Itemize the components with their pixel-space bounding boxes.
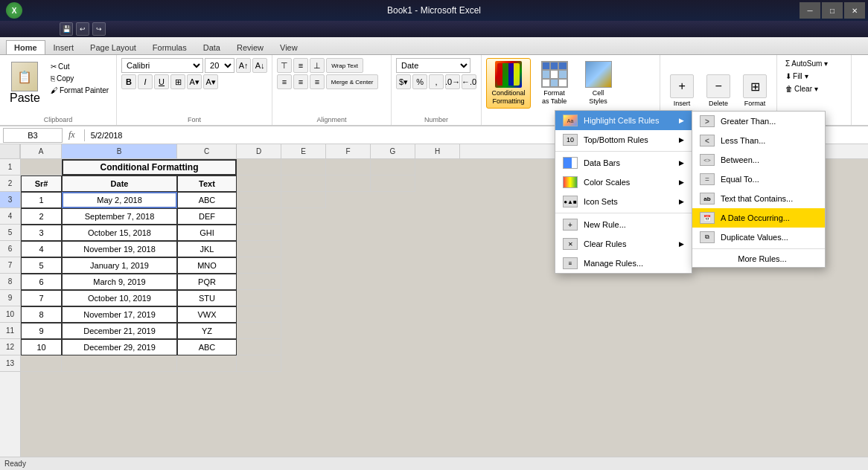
cell-styles-button[interactable]: CellStyles [578,58,619,109]
font-name-select[interactable]: Calibri [121,58,203,73]
cell-d12[interactable] [237,339,281,355]
cell-c3[interactable]: ABC [177,192,237,208]
tab-formulas[interactable]: Formulas [144,40,195,54]
merge-center-button[interactable]: Merge & Center [326,74,378,89]
wrap-text-button[interactable]: Wrap Text [326,58,363,73]
submenu-text-contains[interactable]: ab Text that Contains... [692,189,825,208]
submenu-more-rules[interactable]: More Rules... [692,251,825,267]
cell-e3[interactable] [281,192,326,208]
cf-menu-top-bottom[interactable]: 10 Top/Bottom Rules ▶ [555,130,692,149]
percent-button[interactable]: % [412,74,427,89]
tab-data[interactable]: Data [195,40,229,54]
row-header-6[interactable]: 6 [0,241,20,257]
bold-button[interactable]: B [121,74,136,89]
cell-a5[interactable]: 3 [21,225,62,241]
cell-b5[interactable]: October 15, 2018 [62,225,177,241]
cell-d4[interactable] [237,208,281,225]
row-header-9[interactable]: 9 [0,290,20,306]
cell-b7[interactable]: January 1, 2019 [62,257,177,274]
comma-button[interactable]: , [429,74,444,89]
cf-menu-color-scales[interactable]: Color Scales ▶ [555,173,692,192]
fill-color-button[interactable]: A▾ [187,74,202,89]
row-header-4[interactable]: 4 [0,208,20,225]
cell-b2[interactable]: Date [62,176,177,192]
cell-c5[interactable]: GHI [177,225,237,241]
cf-menu-clear-rules[interactable]: ✕ Clear Rules ▶ [555,234,692,254]
align-center-button[interactable]: ≡ [293,74,308,89]
cell-a1[interactable] [21,159,62,176]
underline-button[interactable]: U [154,74,169,89]
paste-button[interactable]: 📋 Paste [4,59,45,107]
increase-decimal-button[interactable]: .0→ [445,74,460,89]
cell-a8[interactable]: 6 [21,274,62,290]
cell-d2[interactable] [237,176,281,192]
cell-a6[interactable]: 4 [21,241,62,257]
clear-button[interactable]: 🗑 Clear ▾ [782,83,822,94]
cell-c6[interactable]: JKL [177,241,237,257]
row-header-8[interactable]: 8 [0,274,20,290]
cell-f1[interactable] [326,159,371,176]
format-button[interactable]: ⊞ Format [738,71,772,111]
col-header-d[interactable]: D [237,144,281,158]
number-format-select[interactable]: Date General Number Currency Percentage [396,58,470,73]
cell-g1[interactable] [371,159,415,176]
font-size-select[interactable]: 20 [205,58,234,73]
submenu-between[interactable]: <> Between... [692,150,825,170]
cell-d6[interactable] [237,241,281,257]
currency-button[interactable]: $▾ [396,74,411,89]
cell-c2[interactable]: Text [177,176,237,192]
delete-button[interactable]: − Delete [701,71,735,111]
insert-button[interactable]: + Insert [665,71,699,111]
col-header-h[interactable]: H [415,144,460,158]
cell-c7[interactable]: MNO [177,257,237,274]
align-middle-button[interactable]: ≡ [293,58,308,73]
cell-b6[interactable]: November 19, 2018 [62,241,177,257]
cell-a10[interactable]: 8 [21,306,62,323]
close-button[interactable]: ✕ [844,2,865,19]
row-header-2[interactable]: 2 [0,176,20,192]
cell-b8[interactable]: March 9, 2019 [62,274,177,290]
cell-a3[interactable]: 1 [21,192,62,208]
cell-a12[interactable]: 10 [21,339,62,355]
qat-redo[interactable]: ↪ [92,22,106,36]
cf-menu-highlight-cells[interactable]: Aa Highlight Cells Rules ▶ [555,111,692,130]
autosum-button[interactable]: Σ AutoSum ▾ [782,58,832,69]
cell-c12[interactable]: ABC [177,339,237,355]
cell-c4[interactable]: DEF [177,208,237,225]
cell-d1[interactable] [237,159,281,176]
cell-e2[interactable] [281,176,326,192]
copy-button[interactable]: ⎘ Copy [48,73,112,84]
row-header-12[interactable]: 12 [0,339,20,355]
submenu-duplicate-values[interactable]: ⧉ Duplicate Values... [692,228,825,247]
cell-c11[interactable]: YZ [177,323,237,339]
cell-b13[interactable] [62,355,177,372]
cell-b3[interactable]: May 2, 2018 [62,192,177,208]
cell-b12[interactable]: December 29, 2019 [62,339,177,355]
cell-d13[interactable] [237,355,281,372]
tab-view[interactable]: View [272,40,306,54]
cell-b4[interactable]: September 7, 2018 [62,208,177,225]
format-as-table-button[interactable]: Formatas Table [534,58,575,109]
qat-undo[interactable]: ↩ [76,22,89,36]
format-painter-button[interactable]: 🖌 Format Painter [48,85,112,96]
cell-a11[interactable]: 9 [21,323,62,339]
cell-e1[interactable] [281,159,326,176]
minimize-button[interactable]: ─ [800,2,820,19]
submenu-equal-to[interactable]: = Equal To... [692,170,825,189]
row-header-11[interactable]: 11 [0,323,20,339]
cell-a2[interactable]: Sr# [21,176,62,192]
border-button[interactable]: ⊞ [170,74,185,89]
name-box[interactable] [3,128,63,143]
cell-b10[interactable]: November 17, 2019 [62,306,177,323]
row-header-13[interactable]: 13 [0,355,20,372]
row-header-1[interactable]: 1 [0,159,20,176]
row-header-3[interactable]: 3 [0,192,20,208]
row-header-5[interactable]: 5 [0,225,20,241]
cell-a13[interactable] [21,355,62,372]
cf-menu-manage-rules[interactable]: ≡ Manage Rules... [555,254,692,273]
conditional-formatting-button[interactable]: ConditionalFormatting [486,58,531,109]
cell-f2[interactable] [326,176,371,192]
cell-d11[interactable] [237,323,281,339]
col-header-a[interactable]: A [21,144,62,158]
cell-b1[interactable]: Conditional Formatting [62,159,237,176]
